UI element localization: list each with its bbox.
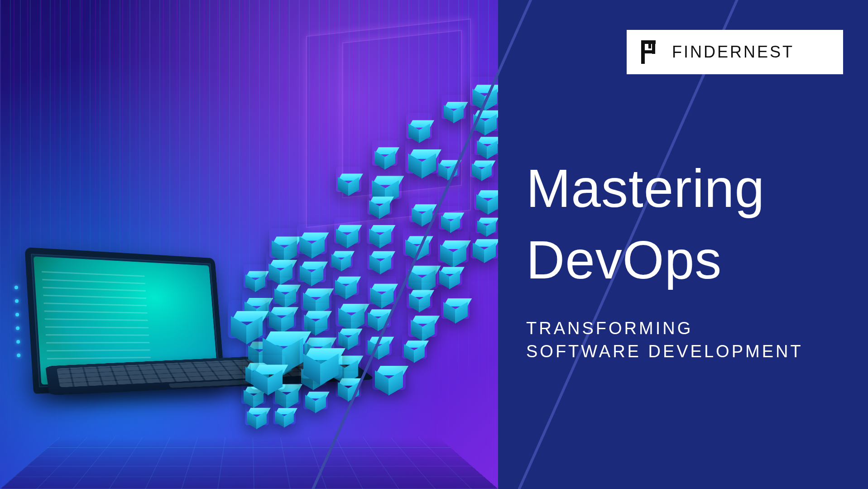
svg-rect-4 — [648, 40, 651, 48]
svg-rect-2 — [641, 50, 653, 53]
headline-line-2: DevOps — [526, 228, 850, 292]
headline-line-1: Mastering — [526, 157, 850, 221]
subhead-line-1: TRANSFORMING — [526, 317, 841, 340]
wireframe-frames — [217, 27, 471, 263]
hero-illustration — [0, 0, 498, 489]
laptop-illustration — [29, 235, 289, 439]
code-lines — [42, 270, 152, 375]
brand-name: FINDERNEST — [672, 43, 794, 62]
text-panel: FINDERNEST Mastering DevOps TRANSFORMING… — [498, 0, 868, 489]
subheadline: TRANSFORMING SOFTWARE DEVELOPMENT — [526, 317, 841, 364]
floor-grid — [0, 437, 498, 489]
brand-card: FINDERNEST — [627, 30, 843, 74]
headline: Mastering DevOps — [526, 157, 850, 292]
subhead-line-2: SOFTWARE DEVELOPMENT — [526, 340, 841, 363]
svg-rect-3 — [652, 40, 655, 54]
brand-mark-icon — [638, 39, 661, 65]
promo-slide: FINDERNEST Mastering DevOps TRANSFORMING… — [0, 0, 868, 489]
